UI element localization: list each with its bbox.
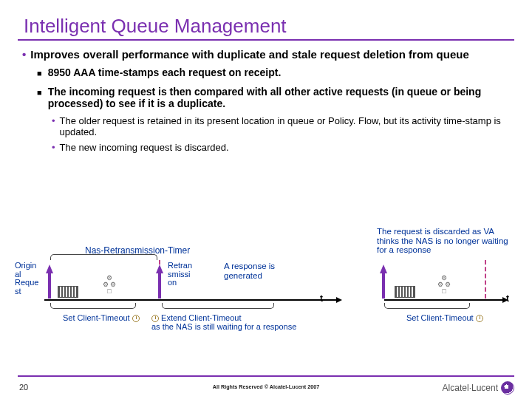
arrow-stem bbox=[382, 273, 385, 299]
arrow-up-icon bbox=[46, 265, 53, 273]
bullet-dot-icon: • bbox=[52, 115, 55, 137]
arrow-up-icon bbox=[156, 265, 163, 273]
bullet-dot-icon: • bbox=[52, 142, 55, 153]
clock-icon bbox=[151, 315, 159, 322]
extend-client-timeout-label: Extend Client-Timeout as the NAS is stil… bbox=[151, 313, 299, 331]
bullet-level2a: ■ 8950 AAA time-stamps each request on r… bbox=[18, 66, 514, 80]
bullet-level3b-text: The new incoming request is discarded. bbox=[60, 142, 229, 153]
bullet-level1: • Improves overall performance with dupl… bbox=[18, 48, 514, 61]
slide-title: Intelligent Queue Management bbox=[18, 15, 514, 41]
brace-bottom bbox=[162, 303, 274, 309]
bullet-level2a-text: 8950 AAA time-stamps each request on rec… bbox=[48, 66, 282, 80]
footer-rule bbox=[18, 375, 514, 377]
bullet-level2b-text: The incoming request is then compared wi… bbox=[48, 86, 514, 109]
nas-retransmission-label: Nas-Retransmission-Timer bbox=[85, 245, 190, 256]
set-client-timeout-text: Set Client-Timeout bbox=[406, 313, 474, 322]
arrow-stem bbox=[48, 273, 51, 299]
bullet-dot-icon: • bbox=[22, 48, 26, 61]
swirl-icon bbox=[501, 381, 514, 395]
clock-icon bbox=[476, 315, 483, 322]
time-axis-1 bbox=[44, 299, 336, 301]
bullet-level3b: • The new incoming request is discarded. bbox=[18, 142, 514, 153]
original-request-label: Origin al Reque st bbox=[15, 262, 44, 296]
bullet-level3a: • The older request is retained in its p… bbox=[18, 115, 514, 137]
bullet-level2b: ■ The incoming request is then compared … bbox=[18, 86, 514, 109]
clock-icon bbox=[132, 315, 140, 322]
set-client-timeout-label-2: Set Client-Timeout bbox=[406, 313, 483, 322]
discarded-label: The request is discarded as VA thinks th… bbox=[377, 227, 517, 255]
bullet-level1-text: Improves overall performance with duplic… bbox=[30, 48, 468, 61]
square-bullet-icon: ■ bbox=[37, 66, 42, 80]
brand-name: Alcatel·Lucent bbox=[443, 383, 498, 393]
brand-logo: Alcatel·Lucent bbox=[443, 381, 514, 395]
brace-bottom bbox=[384, 303, 470, 309]
arrow-stem bbox=[158, 273, 161, 299]
timeline-diagram: Nas-Retransmission-Timer Origin al Reque… bbox=[15, 236, 514, 347]
processing-icon: ⚙︎⚙︎ ⚙︎□ bbox=[431, 275, 457, 297]
dashed-marker bbox=[485, 260, 486, 299]
processing-icon: ⚙︎⚙︎ ⚙︎□ bbox=[96, 275, 123, 297]
time-axis-t-label: t bbox=[320, 293, 323, 304]
queue-icon bbox=[395, 286, 415, 298]
arrow-up-icon bbox=[380, 265, 387, 273]
retransmission-label: Retran smissi on bbox=[168, 262, 200, 287]
set-client-timeout-text: Set Client-Timeout bbox=[63, 313, 130, 322]
bullet-level3a-text: The older request is retained in its pre… bbox=[60, 115, 514, 137]
time-axis-2 bbox=[384, 299, 502, 301]
brace-bottom bbox=[50, 303, 136, 309]
set-client-timeout-label-1: Set Client-Timeout bbox=[63, 313, 140, 322]
time-axis-t-label: t bbox=[506, 293, 509, 304]
extend-client-timeout-text: Extend Client-Timeout as the NAS is stil… bbox=[151, 313, 296, 331]
square-bullet-icon: ■ bbox=[37, 86, 42, 109]
response-generated-label: A response is generated bbox=[224, 262, 298, 280]
queue-icon bbox=[58, 286, 78, 298]
